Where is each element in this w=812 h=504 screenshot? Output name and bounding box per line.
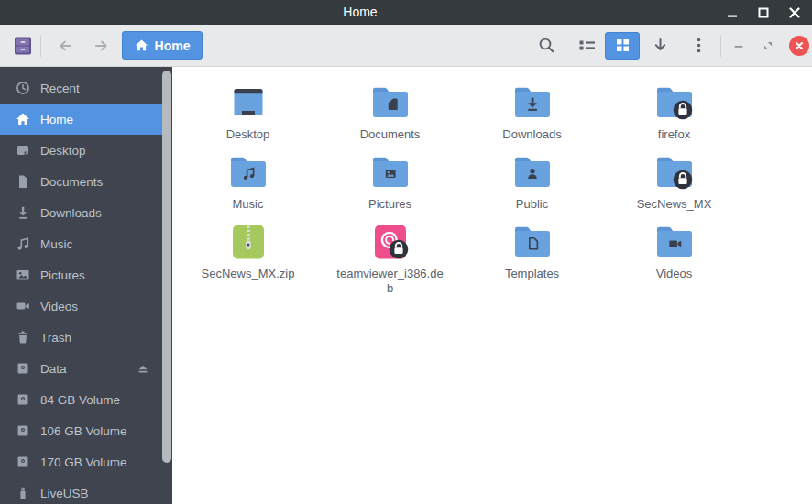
file-icon — [510, 81, 554, 125]
folder-icon — [653, 81, 697, 125]
csd-restore-button[interactable] — [753, 32, 783, 60]
file-item-teamviewer-i386-deb[interactable]: teamviewer_i386.deb — [319, 213, 461, 282]
sidebar-scrollbar[interactable] — [162, 71, 171, 463]
documents-icon — [15, 174, 30, 190]
file-grid: DesktopDocumentsDownloadsfirefoxMusicPic… — [177, 73, 745, 282]
folder-icon — [653, 220, 697, 264]
file-item-secnews-mx-zip[interactable]: SecNews_MX.zip — [177, 213, 319, 282]
file-item-public[interactable]: Public — [461, 143, 603, 213]
sidebar-item-trash[interactable]: Trash — [0, 322, 162, 353]
file-label: Templates — [505, 267, 559, 281]
sidebar: RecentHomeDesktopDocumentsDownloadsMusic… — [0, 67, 172, 504]
downloads-icon — [15, 205, 30, 221]
list-view-icon — [577, 36, 597, 55]
file-item-pictures[interactable]: Pictures — [319, 143, 461, 213]
file-item-videos[interactable]: Videos — [603, 213, 745, 282]
menu-button[interactable] — [682, 31, 715, 60]
file-label: teamviewer_i386.deb — [336, 267, 444, 296]
file-label: SecNews_MX — [637, 197, 712, 212]
sidebar-list: RecentHomeDesktopDocumentsDownloadsMusic… — [0, 67, 172, 504]
file-item-firefox[interactable]: firefox — [603, 73, 745, 143]
file-item-music[interactable]: Music — [177, 143, 319, 213]
file-label: Desktop — [226, 127, 270, 142]
forward-button[interactable] — [83, 31, 120, 60]
recent-icon — [15, 81, 30, 96]
grid-view-button[interactable] — [605, 32, 640, 60]
file-item-documents[interactable]: Documents — [319, 73, 461, 143]
sidebar-item-label: Documents — [40, 175, 103, 189]
sidebar-item-label: Videos — [40, 300, 78, 313]
folder-icon — [510, 81, 554, 125]
file-label: Music — [233, 197, 264, 212]
sidebar-item-music[interactable]: Music — [0, 228, 162, 259]
file-label: Public — [516, 197, 548, 212]
file-item-secnews-mx[interactable]: SecNews_MX — [603, 143, 745, 213]
toolbar: Home — [0, 25, 812, 67]
sidebar-item-label: Pictures — [40, 268, 85, 282]
titlebar: Home — [0, 0, 812, 25]
file-icon — [653, 150, 697, 194]
usb-icon — [15, 486, 30, 501]
csd-restore-icon — [759, 37, 777, 55]
file-icon — [368, 150, 412, 194]
sidebar-item-label: LiveUSB — [40, 487, 89, 500]
zip-icon — [226, 220, 270, 264]
sidebar-item-label: Trash — [40, 331, 71, 345]
back-button[interactable] — [47, 31, 83, 60]
drive-icon — [15, 455, 30, 470]
titlebar-controls — [717, 0, 810, 25]
file-view: DesktopDocumentsDownloadsfirefoxMusicPic… — [172, 67, 812, 504]
drive-icon — [15, 361, 30, 377]
csd-close-button[interactable] — [789, 36, 809, 56]
folder-icon — [368, 81, 412, 125]
file-icon — [653, 220, 697, 264]
sidebar-item-desktop[interactable]: Desktop — [0, 135, 162, 166]
location-home-button[interactable]: Home — [122, 31, 203, 60]
file-item-downloads[interactable]: Downloads — [461, 73, 603, 143]
desktop-icon — [15, 143, 30, 159]
file-cabinet-icon — [12, 35, 34, 57]
sidebar-item-label: 170 GB Volume — [40, 455, 127, 469]
toolbar-divider-2 — [720, 35, 721, 57]
folder-icon — [510, 150, 554, 194]
file-icon — [368, 81, 412, 125]
toolbar-divider — [40, 35, 41, 57]
file-item-desktop[interactable]: Desktop — [177, 73, 319, 143]
file-icon — [226, 150, 270, 194]
file-label: Videos — [656, 267, 693, 281]
sidebar-item-documents[interactable]: Documents — [0, 166, 162, 197]
download-progress-button[interactable] — [643, 31, 676, 60]
sidebar-item-84-gb-volume[interactable]: 84 GB Volume — [0, 384, 162, 415]
sidebar-item-videos[interactable]: Videos — [0, 290, 162, 322]
sidebar-item-downloads[interactable]: Downloads — [0, 197, 162, 228]
desktop-icon — [226, 81, 270, 125]
back-arrow-icon — [56, 37, 74, 55]
sidebar-item-liveusb[interactable]: LiveUSB — [0, 477, 162, 504]
eject-icon[interactable] — [136, 361, 150, 376]
file-manager-window: Home — [0, 0, 812, 504]
sidebar-item-label: Music — [40, 237, 72, 251]
sidebar-item-label: Data — [40, 362, 67, 376]
sidebar-item-170-gb-volume[interactable]: 170 GB Volume — [0, 446, 162, 477]
drive-icon — [15, 423, 30, 439]
app-menu-button[interactable] — [11, 34, 35, 58]
titlebar-minimize-button[interactable] — [717, 0, 748, 25]
sidebar-item-home[interactable]: Home — [0, 104, 162, 135]
csd-minimize-button[interactable] — [724, 32, 753, 60]
sidebar-item-pictures[interactable]: Pictures — [0, 259, 162, 290]
search-button[interactable] — [530, 31, 563, 60]
titlebar-maximize-button[interactable] — [748, 0, 779, 25]
sidebar-item-data[interactable]: Data — [0, 353, 162, 384]
titlebar-close-button[interactable] — [779, 0, 810, 25]
list-view-button[interactable] — [570, 31, 603, 60]
sidebar-item-106-gb-volume[interactable]: 106 GB Volume — [0, 415, 162, 446]
file-item-templates[interactable]: Templates — [461, 213, 603, 282]
file-icon — [653, 81, 697, 125]
location-home-label: Home — [155, 38, 191, 53]
search-icon — [537, 36, 556, 55]
grid-view-icon — [613, 36, 632, 55]
file-label: Documents — [360, 127, 421, 142]
drive-icon — [15, 392, 30, 408]
sidebar-item-label: Downloads — [40, 206, 102, 220]
sidebar-item-recent[interactable]: Recent — [0, 72, 162, 104]
